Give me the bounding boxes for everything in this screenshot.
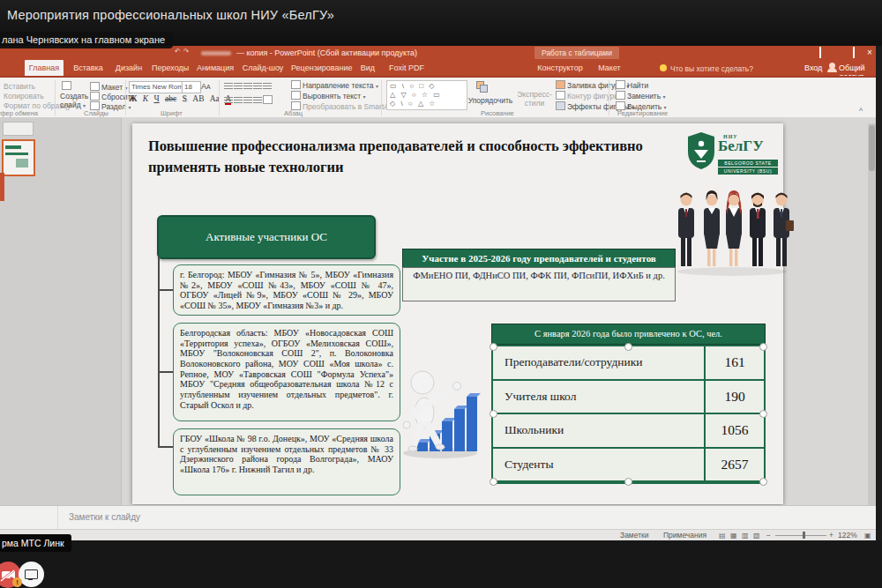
selection-handle[interactable] xyxy=(490,478,497,486)
align-text-icon xyxy=(291,91,301,100)
collapse-ribbon-button[interactable]: ^ xyxy=(859,107,863,115)
find-button[interactable]: Найти xyxy=(627,81,648,90)
status-comments-button[interactable]: Примечания xyxy=(663,531,706,540)
quick-styles-button[interactable]: Экспресс- xyxy=(517,90,552,99)
paste-button[interactable]: Вставить xyxy=(4,82,35,91)
logo-line1: BELGOROD STATE xyxy=(718,160,778,167)
zoom-level[interactable]: 122% xyxy=(838,531,857,540)
selection-handle[interactable] xyxy=(624,343,632,351)
tab-animatsiya[interactable]: Анимация xyxy=(196,60,235,76)
tab-foxit-pdf[interactable]: Foxit PDF xyxy=(385,60,429,76)
align-center-icon xyxy=(234,97,243,104)
group-separator xyxy=(125,80,126,115)
data-table[interactable]: Преподаватели/сотрудники 161 Учителя шко… xyxy=(491,345,766,484)
tab-dizain[interactable]: Дизайн xyxy=(113,60,145,76)
tell-me-search[interactable]: Что вы хотите сделать? xyxy=(670,64,753,73)
slide-thumbnail-partial[interactable] xyxy=(3,122,34,136)
zoom-out-button[interactable]: − xyxy=(766,531,771,540)
redo-icon[interactable]: ↷ xyxy=(183,48,192,56)
new-slide-button[interactable]: Создать xyxy=(60,92,88,100)
view-normal-icon[interactable]: ▤ xyxy=(719,531,729,540)
selection-handle[interactable] xyxy=(759,410,767,418)
ribbon-options-button[interactable] xyxy=(813,47,827,59)
alignment-buttons[interactable] xyxy=(224,95,274,105)
align-left-icon xyxy=(224,97,233,104)
tab-glavnaya[interactable]: Главная xyxy=(25,60,64,76)
tab-maket[interactable]: Макет xyxy=(593,60,626,76)
indent-increase-icon xyxy=(253,83,262,90)
warning-badge: ! xyxy=(12,577,22,587)
scrollbar-thumb[interactable] xyxy=(869,125,875,171)
sign-in-link[interactable]: Вход xyxy=(804,63,822,72)
tab-retsenzirovanie[interactable]: Рецензирование xyxy=(291,60,351,76)
selection-handle[interactable] xyxy=(490,343,497,351)
webinar-bottom-bar xyxy=(0,540,882,588)
vertical-scrollbar[interactable] xyxy=(868,123,876,505)
selection-handle[interactable] xyxy=(759,343,767,351)
drawing-group-label: Рисование xyxy=(481,109,514,117)
zoom-in-button[interactable]: + xyxy=(829,531,833,540)
font-size-select[interactable]: 18 xyxy=(182,81,201,93)
account-person-icon xyxy=(829,63,835,69)
screen-share-button[interactable] xyxy=(19,562,44,587)
dropdown-icon: ▾ xyxy=(363,94,366,100)
shape-outline-button[interactable]: Контур фигуры xyxy=(567,92,619,100)
selection-handle[interactable] xyxy=(759,478,767,486)
grow-shrink-font-buttons[interactable]: АА xyxy=(201,82,211,91)
fit-to-window-icon[interactable]: ▣ xyxy=(864,531,874,540)
arrange-button[interactable]: Упорядочить xyxy=(467,96,513,105)
bold-button[interactable]: Ж xyxy=(129,94,137,103)
table-row-label: Учителя школ xyxy=(493,381,704,413)
slide-thumbnail-pane[interactable] xyxy=(0,117,122,529)
slide-thumbnail-selected[interactable] xyxy=(2,139,35,176)
belgorod-city-box: г. Белгород: МБОУ «Гимназия № 5», МБОУ «… xyxy=(173,264,400,316)
strikethrough-button[interactable]: abc xyxy=(165,94,176,103)
undo-icon[interactable]: ↶ xyxy=(175,48,183,56)
view-reading-icon[interactable]: ▥ xyxy=(742,531,751,540)
align-text-button[interactable]: Выровнять текст xyxy=(303,92,361,100)
shape-outline-icon xyxy=(556,91,565,100)
tab-vid[interactable]: Вид xyxy=(358,60,377,76)
tab-slide-show[interactable]: Слайд-шоу xyxy=(242,60,284,76)
dropdown-icon: ▾ xyxy=(663,94,666,100)
reset-icon xyxy=(90,92,100,100)
tab-konstruktor[interactable]: Конструктор xyxy=(534,60,586,76)
view-slideshow-icon[interactable]: ▧ xyxy=(753,531,763,540)
font-name-select[interactable]: Times New Rom xyxy=(129,81,183,93)
shapes-row: ◇ \ ○ △ ☆ xyxy=(390,100,464,108)
status-notes-button[interactable]: Заметки xyxy=(620,531,649,540)
replace-button[interactable]: Заменить xyxy=(627,92,661,100)
underline-button[interactable]: Ч xyxy=(153,94,159,103)
selection-handle[interactable] xyxy=(490,410,497,418)
italic-button[interactable]: К xyxy=(143,94,148,103)
group-separator xyxy=(55,80,56,115)
text-shadow-button[interactable]: S xyxy=(183,94,187,103)
restore-button[interactable] xyxy=(847,47,861,59)
copy-button[interactable]: Копировать xyxy=(4,92,44,100)
quick-access-toolbar[interactable]: ↶↷ xyxy=(175,48,191,56)
close-button[interactable]: × xyxy=(863,47,877,59)
notes-placeholder[interactable]: Заметки к слайду xyxy=(69,512,140,522)
connector-stub xyxy=(158,371,173,373)
shapes-row: ▭ \ ○ □ ◇ xyxy=(390,82,464,91)
tab-perekhody[interactable]: Переходы xyxy=(152,60,189,76)
character-spacing-button[interactable]: АВ xyxy=(192,94,204,103)
slide-canvas[interactable]: Повышение профессионализма преподавателе… xyxy=(132,123,783,504)
document-title: — копия - PowerPoint (Сбой активации про… xyxy=(236,48,417,57)
tab-vstavka[interactable]: Вставка xyxy=(71,60,106,76)
bullets-icon xyxy=(224,83,233,90)
smartart-button[interactable]: Преобразовать в SmartArt xyxy=(303,102,393,111)
selection-handle[interactable] xyxy=(624,478,632,486)
editing-group-label: Редактирование xyxy=(617,109,668,117)
layout-button[interactable]: Макет xyxy=(101,83,123,92)
zoom-slider[interactable] xyxy=(775,535,826,536)
zoom-slider-thumb[interactable] xyxy=(803,532,805,539)
quick-styles-button-2[interactable]: стили xyxy=(517,99,552,108)
text-direction-button[interactable]: Направление текста xyxy=(303,81,374,90)
new-slide-button-2[interactable]: слайд xyxy=(60,100,81,109)
shapes-gallery[interactable]: ▭ \ ○ □ ◇ △ ▽ ○ ☆ ▭ ◇ \ ○ △ ☆ xyxy=(386,80,467,110)
bullets-numbering-buttons[interactable] xyxy=(224,82,273,91)
columns-icon xyxy=(263,95,273,104)
view-sorter-icon[interactable]: ▦ xyxy=(730,531,740,540)
table-row-value: 2657 xyxy=(704,449,764,481)
